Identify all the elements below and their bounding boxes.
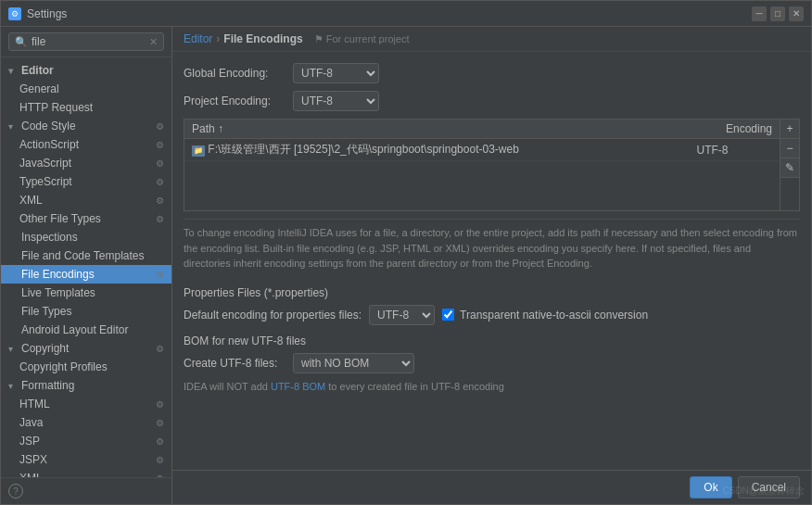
clear-icon[interactable]: ✕: [149, 36, 158, 48]
settings-icon: ⚙: [156, 121, 164, 132]
breadcrumb-separator: ›: [216, 32, 220, 45]
global-encoding-row: Global Encoding: UTF-8 UTF-16 ISO-8859-1: [184, 63, 800, 83]
sidebar-item-formatting[interactable]: ▾ Formatting: [1, 376, 171, 395]
settings-window: ⚙ Settings ─ □ ✕ 🔍 ✕ ▾ Editor: [0, 0, 812, 505]
sidebar-item-copyright-profiles[interactable]: Copyright Profiles: [1, 358, 171, 376]
create-utf8-row: Create UTF-8 files: with NO BOM with BOM…: [184, 353, 800, 373]
search-box: 🔍 ✕: [1, 27, 171, 57]
settings-icon: ⚙: [156, 196, 164, 206]
sidebar-item-file-encodings[interactable]: File Encodings ⚙: [1, 265, 171, 284]
create-utf8-label: Create UTF-8 files:: [184, 357, 285, 370]
sidebar-item-inspections[interactable]: Inspections: [1, 228, 171, 246]
sidebar-item-typescript[interactable]: TypeScript ⚙: [1, 172, 171, 191]
sidebar-item-android-layout-editor[interactable]: Android Layout Editor: [1, 321, 171, 339]
settings-icon: ⚙: [156, 399, 164, 410]
sidebar-item-file-types[interactable]: File Types: [1, 302, 171, 321]
default-encoding-select[interactable]: UTF-8 UTF-16: [369, 305, 435, 325]
global-encoding-select[interactable]: UTF-8 UTF-16 ISO-8859-1: [293, 63, 379, 83]
title-bar: ⚙ Settings ─ □ ✕: [1, 1, 811, 27]
settings-icon: ⚙: [156, 418, 164, 428]
settings-icon: ⚙: [156, 140, 164, 150]
encoding-table-container: Path ↑ Encoding 📁: [184, 119, 800, 211]
table-wrapper: Path ↑ Encoding 📁: [184, 120, 780, 210]
project-encoding-select[interactable]: UTF-8 UTF-16 ISO-8859-1: [293, 91, 379, 111]
app-icon: ⚙: [8, 7, 21, 20]
file-icon: 📁: [192, 145, 205, 157]
main-panel: Editor › File Encodings ⚑ For current pr…: [172, 27, 811, 504]
bom-section: BOM for new UTF-8 files Create UTF-8 fil…: [184, 335, 800, 392]
sidebar-item-code-style[interactable]: ▾ Code Style ⚙: [1, 117, 171, 135]
project-encoding-label: Project Encoding:: [184, 95, 285, 107]
path-header-text: Path ↑: [192, 122, 223, 135]
bom-note-link[interactable]: UTF-8 BOM: [271, 381, 325, 392]
info-text: To change encoding IntelliJ IDEA uses fo…: [184, 219, 800, 277]
table-side-buttons: + − ✎: [780, 120, 799, 210]
sidebar-item-editor[interactable]: ▾ Editor: [1, 61, 171, 80]
sidebar-item-general[interactable]: General: [1, 80, 171, 98]
expand-arrow-icon: ▾: [8, 381, 19, 391]
properties-section-title: Properties Files (*.properties): [184, 286, 800, 299]
transparent-checkbox[interactable]: [442, 309, 454, 321]
sidebar-item-http-request[interactable]: HTTP Request: [1, 98, 171, 117]
sidebar-item-live-templates[interactable]: Live Templates: [1, 284, 171, 302]
settings-icon: ⚙: [156, 177, 164, 187]
settings-icon: ⚙: [156, 158, 164, 169]
encoding-header-text: Encoding: [726, 122, 772, 135]
bom-note-suffix: to every created file in UTF-8 encoding: [325, 381, 504, 392]
sidebar-item-actionscript[interactable]: ActionScript ⚙: [1, 135, 171, 154]
create-utf8-select[interactable]: with NO BOM with BOM with BOM (always): [293, 353, 414, 373]
bom-note: IDEA will NOT add UTF-8 BOM to every cre…: [184, 381, 800, 392]
expand-arrow-icon: ▾: [8, 121, 19, 132]
maximize-button[interactable]: □: [770, 6, 785, 21]
sidebar-tree: ▾ Editor General HTTP Request ▾ Code Sty…: [1, 57, 171, 477]
sidebar: 🔍 ✕ ▾ Editor General HTTP Request: [1, 27, 172, 504]
breadcrumb-current: File Encodings: [223, 32, 302, 45]
sidebar-item-xml[interactable]: XML ⚙: [1, 191, 171, 209]
settings-icon: ⚙: [156, 455, 164, 465]
settings-icon: ⚙: [156, 214, 164, 224]
search-wrap: 🔍 ✕: [8, 32, 164, 51]
sidebar-item-other-file-types[interactable]: Other File Types ⚙: [1, 209, 171, 228]
encoding-value: UTF-8: [689, 139, 780, 161]
edit-path-button[interactable]: ✎: [780, 158, 799, 178]
sidebar-item-java[interactable]: Java ⚙: [1, 413, 171, 432]
sidebar-item-file-and-code-templates[interactable]: File and Code Templates: [1, 246, 171, 265]
panel-content: Global Encoding: UTF-8 UTF-16 ISO-8859-1…: [172, 52, 811, 470]
bom-note-prefix: IDEA will NOT add: [184, 381, 271, 392]
search-icon: 🔍: [15, 36, 28, 48]
cancel-button[interactable]: Cancel: [738, 476, 800, 499]
help-button[interactable]: ?: [8, 484, 23, 499]
close-button[interactable]: ✕: [789, 6, 804, 21]
default-encoding-label: Default encoding for properties files:: [184, 309, 362, 322]
window-title: Settings: [27, 7, 67, 20]
breadcrumb-note: ⚑ For current project: [314, 33, 410, 45]
main-content: 🔍 ✕ ▾ Editor General HTTP Request: [1, 27, 811, 504]
ok-button[interactable]: Ok: [690, 476, 731, 499]
remove-path-button[interactable]: −: [780, 139, 799, 158]
table-row[interactable]: 📁 F:\班级管理\西开 [19525]\2_代码\springboot\spr…: [184, 139, 780, 161]
sidebar-item-copyright[interactable]: ▾ Copyright ⚙: [1, 339, 171, 358]
sidebar-item-javascript[interactable]: JavaScript ⚙: [1, 154, 171, 172]
default-encoding-row: Default encoding for properties files: U…: [184, 305, 800, 325]
path-cell: 📁 F:\班级管理\西开 [19525]\2_代码\springboot\spr…: [184, 139, 689, 161]
minimize-button[interactable]: ─: [752, 6, 767, 21]
sidebar-bottom: ?: [1, 477, 171, 504]
path-value: F:\班级管理\西开 [19525]\2_代码\springboot\sprin…: [208, 143, 518, 156]
help-wrap: ?: [8, 484, 164, 499]
title-bar-left: ⚙ Settings: [8, 7, 67, 20]
sidebar-item-jspx[interactable]: JSPX ⚙: [1, 450, 171, 469]
collapse-arrow-icon: ▾: [8, 66, 19, 76]
project-encoding-row: Project Encoding: UTF-8 UTF-16 ISO-8859-…: [184, 91, 800, 111]
sidebar-item-html[interactable]: HTML ⚙: [1, 395, 171, 413]
bom-section-title: BOM for new UTF-8 files: [184, 335, 800, 347]
title-buttons: ─ □ ✕: [752, 6, 804, 21]
sidebar-item-jsp[interactable]: JSP ⚙: [1, 432, 171, 450]
search-input[interactable]: [32, 35, 149, 48]
breadcrumb-editor[interactable]: Editor: [184, 32, 212, 45]
sidebar-item-xml2[interactable]: XML ⚙: [1, 469, 171, 477]
breadcrumb: Editor › File Encodings ⚑ For current pr…: [172, 27, 811, 52]
add-path-button[interactable]: +: [780, 120, 799, 139]
transparent-label: Transparent native-to-ascii conversion: [460, 309, 648, 322]
transparent-row: Transparent native-to-ascii conversion: [442, 309, 648, 322]
path-column-header: Path ↑: [184, 120, 689, 139]
